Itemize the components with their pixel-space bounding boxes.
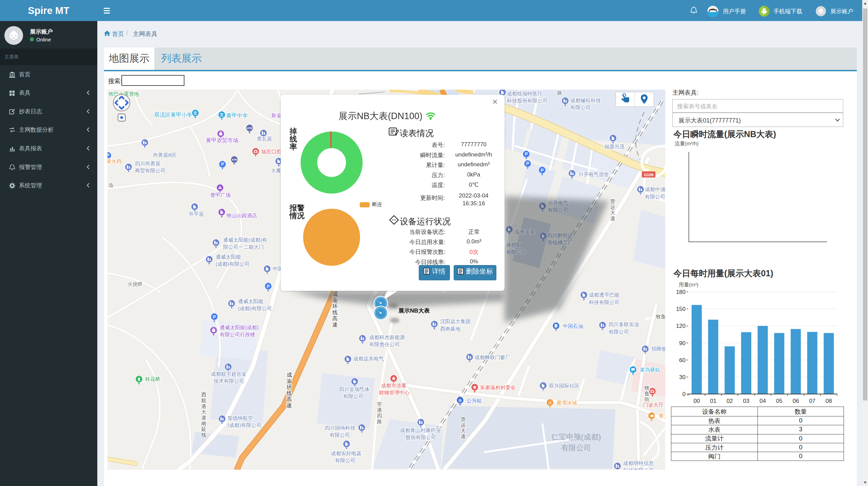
svg-text:成都蝉联门窗厂: 成都蝉联门窗厂 xyxy=(475,354,510,360)
svg-text:西南基地: 西南基地 xyxy=(440,326,460,332)
svg-text:成都铖钰科技: 成都铖钰科技 xyxy=(570,97,601,103)
svg-text:牧鱼街: 牧鱼街 xyxy=(645,385,650,402)
svg-text:文: 文 xyxy=(219,112,224,117)
svg-text:00: 00 xyxy=(693,398,700,404)
svg-text:成都市涉案: 成都市涉案 xyxy=(381,382,407,388)
svg-text:牧鱼二路: 牧鱼二路 xyxy=(656,314,665,319)
svg-text:黄瓦居: 黄瓦居 xyxy=(257,136,272,142)
svg-text:仁宝电脑(成都): 仁宝电脑(成都) xyxy=(551,433,601,441)
svg-text:商贸有限公司: 商贸有限公司 xyxy=(135,168,165,173)
svg-text:60: 60 xyxy=(679,357,686,363)
svg-text:成都中浦: 成都中浦 xyxy=(645,186,665,192)
svg-text:(成都)有限公司: (成都)有限公司 xyxy=(216,261,250,267)
svg-text:通威太阳能: 通威太阳能 xyxy=(216,254,241,260)
svg-text:通威太阳能: 通威太阳能 xyxy=(238,298,263,304)
svg-text:沈阳远大集团: 沈阳远大集团 xyxy=(440,318,471,324)
svg-text:有限公司: 有限公司 xyxy=(645,194,665,200)
svg-text:P: P xyxy=(526,161,529,166)
svg-text:双流区黄甲小学: 双流区黄甲小学 xyxy=(154,112,192,118)
svg-text:火烧桥: 火烧桥 xyxy=(127,281,143,287)
svg-text:桂花桥: 桂花桥 xyxy=(145,376,160,382)
svg-text:场: 场 xyxy=(108,182,113,188)
svg-text:四川金瑞气体: 四川金瑞气体 xyxy=(339,386,370,392)
svg-text:黄甲广场: 黄甲广场 xyxy=(210,192,231,198)
svg-text:08: 08 xyxy=(826,398,832,404)
svg-text:P: P xyxy=(213,314,216,319)
svg-text:福源兴茂: 福源兴茂 xyxy=(604,144,625,149)
svg-text:空港四路: 空港四路 xyxy=(377,401,382,424)
svg-text:菜鸟驿站: 菜鸟驿站 xyxy=(640,367,660,373)
svg-text:P: P xyxy=(541,168,544,173)
svg-text:科技有限公司: 科技有限公司 xyxy=(589,299,619,305)
svg-text:限公司一二期大门: 限公司一二期大门 xyxy=(223,244,264,250)
svg-text:120: 120 xyxy=(676,323,686,329)
svg-text:牧山沁园酒店: 牧山沁园酒店 xyxy=(226,212,257,218)
svg-text:有限公司: 有限公司 xyxy=(561,444,591,452)
svg-text:黄甲农贸市场: 黄甲农贸市场 xyxy=(206,137,238,143)
svg-text:四川国纳科技: 四川国纳科技 xyxy=(325,425,355,431)
svg-text:路: 路 xyxy=(557,90,562,96)
svg-text:有限公司: 有限公司 xyxy=(343,393,363,399)
svg-text:成渝环线高速: 成渝环线高速 xyxy=(287,372,292,408)
svg-text:技术有限公司: 技术有限公司 xyxy=(214,378,244,384)
svg-text:文: 文 xyxy=(193,111,197,115)
svg-text:科技有限公司: 科技有限公司 xyxy=(623,467,654,470)
svg-text:货运大道: 货运大道 xyxy=(610,198,615,221)
svg-text:公兴站: 公兴站 xyxy=(467,398,482,404)
svg-text:有限公司: 有限公司 xyxy=(609,329,629,335)
svg-text:展示NB大表: 展示NB大表 xyxy=(398,307,430,314)
svg-text:门诊大厅: 门诊大厅 xyxy=(643,402,664,408)
svg-text:招商愉: 招商愉 xyxy=(651,346,665,352)
svg-text:02: 02 xyxy=(727,398,733,404)
svg-text:06: 06 xyxy=(792,398,799,404)
svg-text:科技股份有限公司: 科技股份有限公司 xyxy=(507,98,548,104)
svg-text:成都科杰新能源: 成都科杰新能源 xyxy=(369,334,405,340)
svg-text:(成都)有限公司: (成都)有限公司 xyxy=(238,305,272,311)
svg-text:成都实好电器: 成都实好电器 xyxy=(331,450,361,456)
svg-text:四川多联实业: 四川多联实业 xyxy=(609,321,639,327)
svg-text:成都透平巴能: 成都透平巴能 xyxy=(589,292,619,298)
svg-text:尊克: 尊克 xyxy=(659,413,665,419)
svg-text:07: 07 xyxy=(809,398,815,404)
svg-text:(成都)有限公司: (成都)有限公司 xyxy=(228,422,261,428)
svg-text:P: P xyxy=(107,153,110,158)
svg-text:G108: G108 xyxy=(644,173,654,177)
svg-text:通威太阳能(成都): 通威太阳能(成都) xyxy=(220,324,259,330)
svg-text:双兴国际社区: 双兴国际社区 xyxy=(549,383,579,389)
svg-text:成都远东电气: 成都远东电气 xyxy=(353,356,384,361)
svg-text:ATM: ATM xyxy=(247,127,252,130)
svg-text:P: P xyxy=(525,151,528,156)
svg-text:有限公司: 有限公司 xyxy=(330,432,350,438)
svg-text:有限公司: 有限公司 xyxy=(335,457,355,463)
svg-text:通威太阳能(成都)有: 通威太阳能(成都)有 xyxy=(223,237,267,243)
svg-text:成都青山利康药业: 成都青山利康药业 xyxy=(400,427,441,433)
svg-text:P: P xyxy=(267,284,270,289)
svg-text:尚善居B区: 尚善居B区 xyxy=(153,152,177,158)
svg-text:成都纽瑞特医疗: 成都纽瑞特医疗 xyxy=(507,91,542,96)
svg-text:柴火鸡: 柴火鸡 xyxy=(107,158,121,164)
svg-text:有限责任公司: 有限责任公司 xyxy=(369,341,400,347)
svg-text:川开电气宿舍: 川开电气宿舍 xyxy=(578,171,609,177)
svg-text:03: 03 xyxy=(743,398,749,404)
svg-text:中国石油: 中国石油 xyxy=(563,323,583,329)
svg-text:180: 180 xyxy=(676,289,686,295)
svg-text:股份有限公司: 股份有限公司 xyxy=(406,434,436,440)
svg-text:货运大道: 货运大道 xyxy=(461,416,466,439)
svg-text:P: P xyxy=(221,162,224,167)
svg-text:0: 0 xyxy=(683,391,686,397)
svg-text:升平居: 升平居 xyxy=(189,211,204,217)
svg-text:加德纳航空: 加德纳航空 xyxy=(228,415,253,421)
svg-text:150: 150 xyxy=(676,306,686,312)
svg-text:01: 01 xyxy=(710,398,716,404)
svg-text:成都航宇超合金: 成都航宇超合金 xyxy=(211,371,246,377)
svg-text:财物管理中心: 财物管理中心 xyxy=(379,390,410,395)
svg-text:30: 30 xyxy=(679,374,686,380)
svg-text:瑞宏口腔: 瑞宏口腔 xyxy=(261,149,281,154)
svg-text:有限公司行政楼: 有限公司行政楼 xyxy=(220,332,255,337)
svg-text:有限公司: 有限公司 xyxy=(570,105,591,110)
svg-text:四川尚善居: 四川尚善居 xyxy=(135,161,160,166)
svg-text:蜜雪冰城: 蜜雪冰城 xyxy=(557,400,577,406)
svg-text:黄甲中学: 黄甲中学 xyxy=(226,113,248,118)
svg-text:◎: ◎ xyxy=(458,398,462,402)
svg-text:成都明特信息: 成都明特信息 xyxy=(623,460,654,466)
